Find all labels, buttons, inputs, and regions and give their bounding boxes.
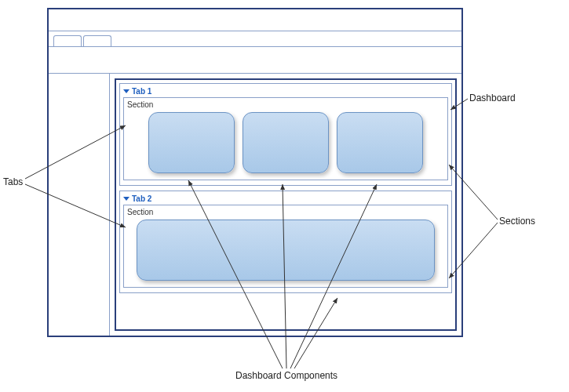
annotation-components: Dashboard Components xyxy=(235,370,337,381)
sidebar xyxy=(49,74,110,336)
main-content: Tab 1 Section Tab 2 xyxy=(110,74,461,336)
section-label: Section xyxy=(127,100,444,112)
tab-2-section: Section xyxy=(123,205,448,288)
chevron-down-icon xyxy=(123,197,129,201)
components-row xyxy=(127,220,444,281)
components-row xyxy=(127,112,444,173)
tab-2-label: Tab 2 xyxy=(132,194,151,203)
dashboard-component[interactable] xyxy=(337,112,423,173)
tab-1-section: Section xyxy=(123,97,448,180)
tab-1-header[interactable]: Tab 1 xyxy=(123,85,448,97)
window-titlebar xyxy=(49,9,461,31)
section-label: Section xyxy=(127,207,444,220)
annotation-sections: Sections xyxy=(499,216,535,227)
chevron-down-icon xyxy=(123,89,129,93)
dashboard-container: Tab 1 Section Tab 2 xyxy=(115,78,457,331)
dashboard-tab-2: Tab 2 Section xyxy=(119,191,452,293)
tab-1-label: Tab 1 xyxy=(132,87,151,96)
app-window: Tab 1 Section Tab 2 xyxy=(47,8,463,337)
app-tab-2[interactable] xyxy=(83,35,111,46)
dashboard-component[interactable] xyxy=(148,112,235,173)
dashboard-tab-1: Tab 1 Section xyxy=(119,83,452,186)
annotation-tabs: Tabs xyxy=(3,176,23,187)
toolbar-area xyxy=(49,47,461,74)
app-tabstrip xyxy=(49,31,461,47)
body-area: Tab 1 Section Tab 2 xyxy=(49,74,461,336)
dashboard-component[interactable] xyxy=(243,112,329,173)
dashboard-component[interactable] xyxy=(137,220,435,281)
tab-2-header[interactable]: Tab 2 xyxy=(123,193,448,205)
app-tab-1[interactable] xyxy=(53,35,82,46)
annotation-dashboard: Dashboard xyxy=(469,93,516,103)
